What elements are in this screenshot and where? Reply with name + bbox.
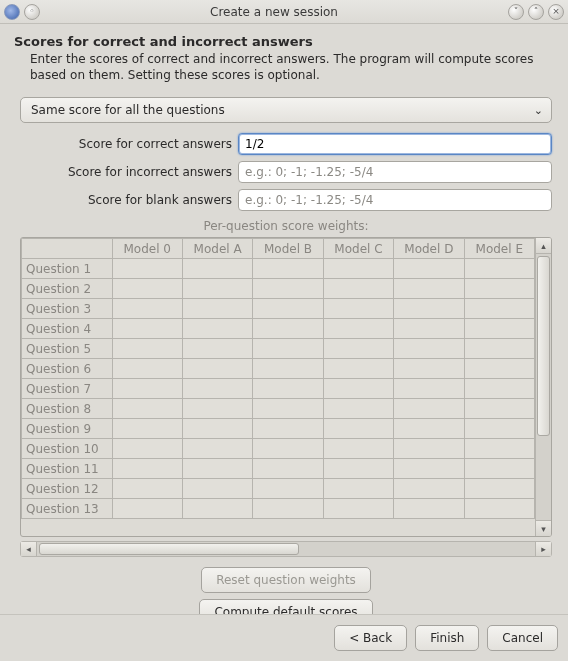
- cancel-button[interactable]: Cancel: [487, 625, 558, 651]
- vertical-scrollbar[interactable]: ▴ ▾: [535, 238, 551, 536]
- weight-cell[interactable]: [182, 479, 252, 499]
- weight-cell[interactable]: [112, 279, 182, 299]
- weight-cell[interactable]: [323, 299, 393, 319]
- weight-cell[interactable]: [394, 419, 464, 439]
- weight-cell[interactable]: [323, 499, 393, 519]
- weight-cell[interactable]: [112, 379, 182, 399]
- row-header[interactable]: Question 12: [22, 479, 113, 499]
- row-header[interactable]: Question 10: [22, 439, 113, 459]
- weight-cell[interactable]: [253, 359, 323, 379]
- weight-cell[interactable]: [394, 319, 464, 339]
- weight-cell[interactable]: [394, 499, 464, 519]
- back-button[interactable]: < Back: [334, 625, 407, 651]
- score-mode-dropdown[interactable]: Same score for all the questions ⌄: [20, 97, 552, 123]
- weight-cell[interactable]: [112, 299, 182, 319]
- scroll-right-icon[interactable]: ▸: [535, 542, 551, 556]
- correct-score-input[interactable]: [238, 133, 552, 155]
- weight-cell[interactable]: [464, 259, 534, 279]
- row-header[interactable]: Question 4: [22, 319, 113, 339]
- column-header[interactable]: Model D: [394, 239, 464, 259]
- weight-cell[interactable]: [253, 299, 323, 319]
- row-header[interactable]: Question 5: [22, 339, 113, 359]
- weight-cell[interactable]: [464, 379, 534, 399]
- scroll-down-icon[interactable]: ▾: [536, 520, 551, 536]
- weight-cell[interactable]: [323, 479, 393, 499]
- weight-cell[interactable]: [394, 299, 464, 319]
- weight-cell[interactable]: [112, 499, 182, 519]
- weight-cell[interactable]: [253, 279, 323, 299]
- weight-cell[interactable]: [323, 419, 393, 439]
- weight-cell[interactable]: [323, 339, 393, 359]
- reset-weights-button[interactable]: Reset question weights: [201, 567, 371, 593]
- weight-cell[interactable]: [182, 459, 252, 479]
- horizontal-scrollbar[interactable]: ◂ ▸: [20, 541, 552, 557]
- scroll-thumb[interactable]: [537, 256, 550, 436]
- weight-cell[interactable]: [253, 319, 323, 339]
- weight-cell[interactable]: [394, 379, 464, 399]
- incorrect-score-input[interactable]: [238, 161, 552, 183]
- weight-cell[interactable]: [112, 399, 182, 419]
- weight-cell[interactable]: [112, 439, 182, 459]
- row-header[interactable]: Question 3: [22, 299, 113, 319]
- weight-cell[interactable]: [394, 479, 464, 499]
- weight-cell[interactable]: [323, 439, 393, 459]
- scroll-thumb-h[interactable]: [39, 543, 299, 555]
- row-header[interactable]: Question 7: [22, 379, 113, 399]
- finish-button[interactable]: Finish: [415, 625, 479, 651]
- weight-cell[interactable]: [464, 299, 534, 319]
- maximize-button[interactable]: ˄: [528, 4, 544, 20]
- weight-cell[interactable]: [464, 499, 534, 519]
- row-header[interactable]: Question 9: [22, 419, 113, 439]
- weight-cell[interactable]: [112, 259, 182, 279]
- weight-cell[interactable]: [253, 419, 323, 439]
- row-header[interactable]: Question 1: [22, 259, 113, 279]
- row-header[interactable]: Question 8: [22, 399, 113, 419]
- weight-cell[interactable]: [112, 459, 182, 479]
- blank-score-input[interactable]: [238, 189, 552, 211]
- weight-cell[interactable]: [182, 439, 252, 459]
- scroll-track-h[interactable]: [37, 542, 535, 556]
- weight-cell[interactable]: [394, 439, 464, 459]
- weight-cell[interactable]: [253, 479, 323, 499]
- row-header[interactable]: Question 11: [22, 459, 113, 479]
- weight-cell[interactable]: [464, 319, 534, 339]
- weight-cell[interactable]: [112, 319, 182, 339]
- weight-cell[interactable]: [464, 439, 534, 459]
- scroll-up-icon[interactable]: ▴: [536, 238, 551, 254]
- weight-cell[interactable]: [394, 339, 464, 359]
- weight-cell[interactable]: [323, 359, 393, 379]
- row-header[interactable]: Question 13: [22, 499, 113, 519]
- column-header[interactable]: Model B: [253, 239, 323, 259]
- minimize-button[interactable]: ˅: [508, 4, 524, 20]
- scroll-track[interactable]: [536, 254, 551, 520]
- weight-cell[interactable]: [112, 339, 182, 359]
- column-header[interactable]: Model 0: [112, 239, 182, 259]
- column-header[interactable]: Model C: [323, 239, 393, 259]
- weight-cell[interactable]: [112, 479, 182, 499]
- weights-table[interactable]: Model 0Model AModel BModel CModel DModel…: [21, 238, 535, 519]
- column-header[interactable]: Model E: [464, 239, 534, 259]
- weight-cell[interactable]: [464, 339, 534, 359]
- weight-cell[interactable]: [323, 399, 393, 419]
- weight-cell[interactable]: [182, 319, 252, 339]
- weight-cell[interactable]: [182, 499, 252, 519]
- weight-cell[interactable]: [182, 379, 252, 399]
- column-header[interactable]: Model A: [182, 239, 252, 259]
- weight-cell[interactable]: [394, 359, 464, 379]
- weight-cell[interactable]: [112, 419, 182, 439]
- weight-cell[interactable]: [182, 359, 252, 379]
- weight-cell[interactable]: [323, 379, 393, 399]
- weight-cell[interactable]: [394, 279, 464, 299]
- weight-cell[interactable]: [323, 279, 393, 299]
- weight-cell[interactable]: [464, 399, 534, 419]
- weight-cell[interactable]: [323, 319, 393, 339]
- weight-cell[interactable]: [253, 439, 323, 459]
- weight-cell[interactable]: [253, 259, 323, 279]
- window-menu-button[interactable]: ◦: [24, 4, 40, 20]
- weight-cell[interactable]: [182, 339, 252, 359]
- close-button[interactable]: ×: [548, 4, 564, 20]
- weight-cell[interactable]: [394, 459, 464, 479]
- weight-cell[interactable]: [323, 459, 393, 479]
- weight-cell[interactable]: [253, 399, 323, 419]
- weight-cell[interactable]: [464, 279, 534, 299]
